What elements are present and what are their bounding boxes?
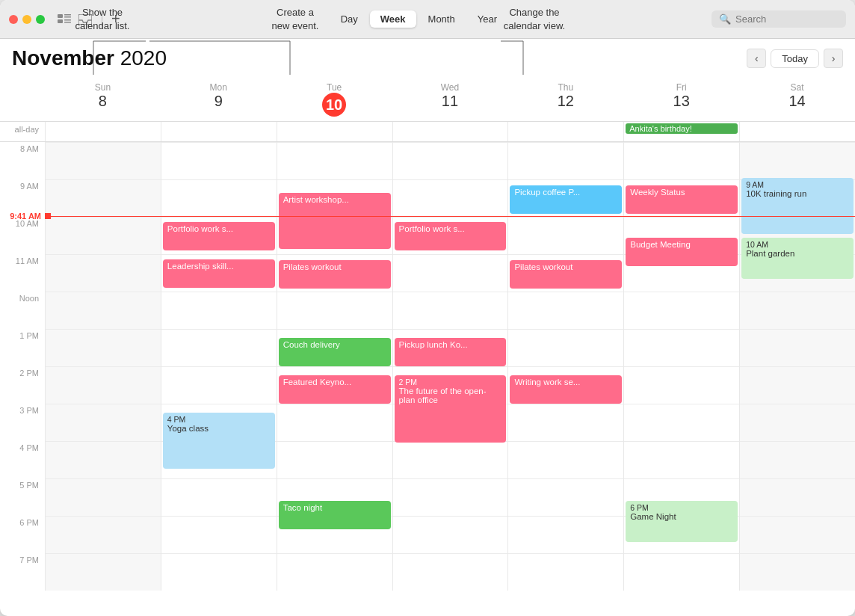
portfolio-work-mon-event[interactable]: Portfolio work s... bbox=[163, 222, 275, 250]
titlebar: + Day Week Month Year 🔍 bbox=[0, 0, 855, 39]
month-name: November bbox=[12, 46, 114, 70]
day-header-sat: Sat 14 bbox=[739, 78, 855, 121]
tab-year[interactable]: Year bbox=[467, 10, 507, 28]
day-header-tue: Tue 10 bbox=[277, 78, 392, 121]
event-label: The future of the open-plan office bbox=[399, 386, 487, 404]
event-label: Writing work se... bbox=[514, 378, 580, 386]
close-button[interactable] bbox=[9, 15, 18, 24]
time-11am: 11 AM bbox=[0, 254, 45, 292]
day-header-sun: Sun 8 bbox=[45, 78, 161, 121]
calendar-window: Show thecalendar list. Create anew event… bbox=[0, 0, 855, 616]
month-title: November 2020 bbox=[12, 46, 167, 70]
event-label: Portfolio work s... bbox=[167, 224, 233, 233]
col-sun bbox=[45, 142, 161, 591]
writing-work-event[interactable]: Writing work se... bbox=[510, 375, 622, 404]
calendar-list-icon[interactable] bbox=[57, 12, 72, 27]
event-label: Budget Meeting bbox=[630, 240, 691, 249]
time-10am: 10 AM bbox=[0, 217, 45, 254]
col-sat: 9 AM 10K training run 10 AM Plant garden bbox=[739, 142, 855, 591]
zoom-button[interactable] bbox=[36, 15, 45, 24]
ankita-birthday-event[interactable]: Ankita's birthday! bbox=[626, 123, 738, 134]
tab-week[interactable]: Week bbox=[370, 10, 416, 28]
allday-tue bbox=[277, 122, 392, 141]
time-1pm: 1 PM bbox=[0, 329, 45, 366]
allday-sun bbox=[45, 122, 161, 141]
couch-delivery-event[interactable]: Couch delivery bbox=[279, 338, 391, 366]
pilates-thu-event[interactable]: Pilates workout bbox=[510, 260, 622, 289]
svg-rect-12 bbox=[78, 14, 92, 25]
10k-training-event[interactable]: 9 AM 10K training run bbox=[741, 178, 854, 234]
pickup-lunch-event[interactable]: Pickup lunch Ko... bbox=[395, 338, 507, 366]
tab-month[interactable]: Month bbox=[418, 10, 466, 28]
pickup-coffee-event[interactable]: Pickup coffee P... bbox=[510, 185, 622, 214]
plant-garden-event[interactable]: 10 AM Plant garden bbox=[741, 238, 854, 279]
weekly-status-event[interactable]: Weekly Status bbox=[626, 185, 738, 214]
event-label: Pilates workout bbox=[514, 262, 572, 271]
search-box[interactable]: 🔍 bbox=[712, 10, 846, 28]
traffic-lights bbox=[9, 15, 45, 24]
next-button[interactable]: › bbox=[824, 49, 843, 68]
year-value: 2020 bbox=[120, 46, 167, 70]
day-header-fri: Fri 13 bbox=[623, 78, 739, 121]
time-7pm: 7 PM bbox=[0, 553, 45, 591]
svg-rect-7 bbox=[58, 19, 63, 23]
allday-row: all-day Ankita's birthday! bbox=[0, 122, 855, 142]
grid-wrapper: 8 AM 9 AM 10 AM 11 AM Noon 1 PM 2 PM 3 P… bbox=[0, 142, 855, 591]
event-time: 2 PM bbox=[399, 378, 502, 386]
search-input[interactable] bbox=[735, 13, 833, 25]
tab-day[interactable]: Day bbox=[330, 10, 368, 28]
leadership-event[interactable]: Leadership skill... bbox=[163, 259, 275, 288]
svg-rect-10 bbox=[64, 19, 71, 21]
time-9am: 9 AM bbox=[0, 179, 45, 217]
minimize-button[interactable] bbox=[22, 15, 31, 24]
day-header-mon: Mon 9 bbox=[161, 78, 277, 121]
time-noon: Noon bbox=[0, 292, 45, 329]
prev-button[interactable]: ‹ bbox=[747, 49, 766, 68]
pilates-tue-event[interactable]: Pilates workout bbox=[279, 260, 391, 289]
svg-rect-8 bbox=[64, 14, 71, 16]
event-label: Portfolio work s... bbox=[399, 224, 465, 233]
svg-rect-6 bbox=[58, 14, 63, 18]
day-header-wed: Wed 11 bbox=[392, 78, 508, 121]
inbox-icon[interactable] bbox=[78, 12, 93, 27]
event-label: Artist workshop... bbox=[283, 195, 349, 204]
time-2pm: 2 PM bbox=[0, 366, 45, 404]
nav-controls: ‹ Today › bbox=[747, 49, 843, 68]
event-time: 10 AM bbox=[746, 240, 849, 249]
col-thu: Pickup coffee P... Pilates workout Writi… bbox=[507, 142, 623, 591]
event-label: Featured Keyno... bbox=[283, 378, 351, 386]
day-headers: Sun 8 Mon 9 Tue 10 Wed 11 Thu 12 Fri 13 bbox=[0, 78, 855, 122]
event-time: 9 AM bbox=[746, 180, 849, 189]
game-night-event[interactable]: 6 PM Game Night bbox=[626, 501, 738, 542]
event-label: 10K training run bbox=[746, 189, 806, 198]
time-5pm: 5 PM bbox=[0, 478, 45, 516]
scroll-area[interactable]: 8 AM 9 AM 10 AM 11 AM Noon 1 PM 2 PM 3 P… bbox=[0, 142, 855, 616]
allday-thu bbox=[507, 122, 623, 141]
future-office-event[interactable]: 2 PM The future of the open-plan office bbox=[395, 375, 507, 443]
col-fri: Weekly Status Budget Meeting 6 PM Game N… bbox=[623, 142, 739, 591]
event-label: Couch delivery bbox=[283, 340, 340, 349]
taco-night-event[interactable]: Taco night bbox=[279, 501, 391, 529]
event-label: Weekly Status bbox=[630, 188, 685, 197]
portfolio-work-wed-event[interactable]: Portfolio work s... bbox=[395, 222, 507, 250]
svg-rect-11 bbox=[64, 22, 71, 23]
event-label: Leadership skill... bbox=[167, 262, 234, 271]
svg-rect-9 bbox=[64, 16, 71, 18]
time-column: 8 AM 9 AM 10 AM 11 AM Noon 1 PM 2 PM 3 P… bbox=[0, 142, 45, 591]
event-label: Yoga class bbox=[167, 424, 209, 433]
col-mon: Portfolio work s... Leadership skill... … bbox=[161, 142, 277, 591]
time-3pm: 3 PM bbox=[0, 404, 45, 441]
col-wed: Portfolio work s... Pickup lunch Ko... 2… bbox=[392, 142, 508, 591]
day-header-thu: Thu 12 bbox=[507, 78, 623, 121]
event-label: Pilates workout bbox=[283, 262, 342, 271]
separator bbox=[102, 12, 102, 27]
yoga-class-event[interactable]: 4 PM Yoga class bbox=[163, 413, 275, 469]
featured-keynote-event[interactable]: Featured Keyno... bbox=[279, 375, 391, 404]
time-6pm: 6 PM bbox=[0, 516, 45, 553]
today-button[interactable]: Today bbox=[771, 49, 819, 68]
add-event-button[interactable]: + bbox=[111, 10, 120, 28]
allday-fri: Ankita's birthday! bbox=[623, 122, 739, 141]
event-label: Plant garden bbox=[746, 249, 794, 258]
artist-workshop-event[interactable]: Artist workshop... bbox=[279, 193, 391, 249]
budget-meeting-event[interactable]: Budget Meeting bbox=[626, 238, 738, 266]
